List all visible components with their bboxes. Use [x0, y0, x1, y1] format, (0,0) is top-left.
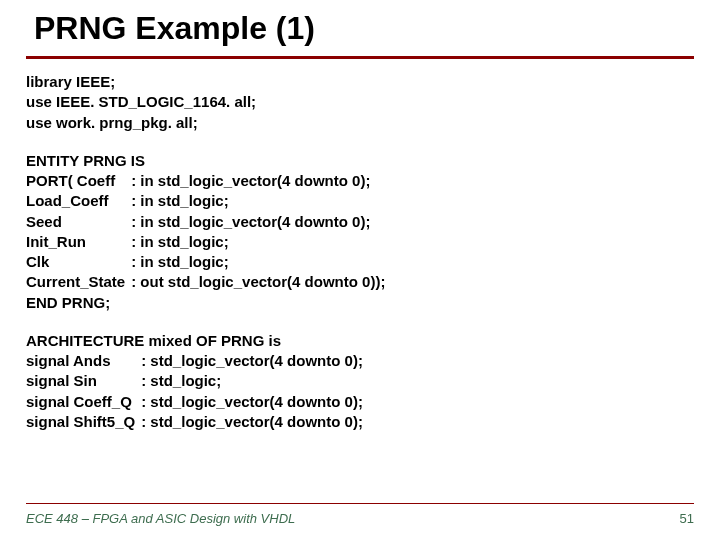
table-row: signal Ands : std_logic_vector(4 downto …	[26, 351, 369, 371]
port-name: Clk	[26, 252, 131, 272]
signal-name: Coeff_Q	[74, 393, 132, 410]
signal-type: : std_logic_vector(4 downto 0);	[141, 392, 369, 412]
slide: PRNG Example (1) library IEEE; use IEEE.…	[0, 0, 720, 540]
signal-keyword: signal	[26, 413, 74, 430]
port-name: Init_Run	[26, 232, 131, 252]
code-line: use work. prng_pkg. all;	[26, 113, 694, 133]
code-line: END PRNG;	[26, 293, 694, 313]
code-line: ARCHITECTURE mixed OF PRNG is	[26, 331, 694, 351]
port-type: : in std_logic_vector(4 downto 0);	[131, 171, 391, 191]
signal-keyword: signal	[26, 393, 74, 410]
code-line: use IEEE. STD_LOGIC_1164. all;	[26, 92, 694, 112]
architecture-block: ARCHITECTURE mixed OF PRNG is signal And…	[26, 331, 694, 432]
port-type: : in std_logic;	[131, 252, 391, 272]
signal-keyword: signal	[26, 352, 73, 369]
port-table: PORT( Coeff : in std_logic_vector(4 down…	[26, 171, 391, 293]
library-block: library IEEE; use IEEE. STD_LOGIC_1164. …	[26, 72, 694, 133]
signal-table: signal Ands : std_logic_vector(4 downto …	[26, 351, 369, 432]
table-row: PORT( Coeff : in std_logic_vector(4 down…	[26, 171, 391, 191]
title-underline	[26, 56, 694, 59]
port-name: Load_Coeff	[26, 191, 131, 211]
port-name: Coeff	[77, 172, 115, 189]
port-name: Seed	[26, 212, 131, 232]
signal-type: : std_logic_vector(4 downto 0);	[141, 351, 369, 371]
table-row: Init_Run : in std_logic;	[26, 232, 391, 252]
slide-body: library IEEE; use IEEE. STD_LOGIC_1164. …	[26, 72, 694, 450]
page-number: 51	[680, 511, 694, 526]
signal-name: Sin	[74, 372, 97, 389]
signal-name: Shift5_Q	[74, 413, 136, 430]
port-type: : out std_logic_vector(4 downto 0));	[131, 272, 391, 292]
code-line: ENTITY PRNG IS	[26, 151, 694, 171]
signal-type: : std_logic_vector(4 downto 0);	[141, 412, 369, 432]
table-row: signal Coeff_Q : std_logic_vector(4 down…	[26, 392, 369, 412]
table-row: Current_State : out std_logic_vector(4 d…	[26, 272, 391, 292]
port-name: Current_State	[26, 272, 131, 292]
port-type: : in std_logic;	[131, 232, 391, 252]
table-row: signal Sin : std_logic;	[26, 371, 369, 391]
port-type: : in std_logic;	[131, 191, 391, 211]
port-keyword: PORT(	[26, 172, 77, 189]
signal-name: Ands	[73, 352, 111, 369]
entity-block: ENTITY PRNG IS PORT( Coeff : in std_logi…	[26, 151, 694, 313]
footer-course: ECE 448 – FPGA and ASIC Design with VHDL	[26, 511, 295, 526]
signal-type: : std_logic;	[141, 371, 369, 391]
table-row: Load_Coeff : in std_logic;	[26, 191, 391, 211]
table-row: Clk : in std_logic;	[26, 252, 391, 272]
table-row: Seed : in std_logic_vector(4 downto 0);	[26, 212, 391, 232]
port-type: : in std_logic_vector(4 downto 0);	[131, 212, 391, 232]
table-row: signal Shift5_Q : std_logic_vector(4 dow…	[26, 412, 369, 432]
code-line: library IEEE;	[26, 72, 694, 92]
signal-keyword: signal	[26, 372, 74, 389]
footer-rule	[26, 503, 694, 504]
slide-title: PRNG Example (1)	[34, 10, 315, 47]
